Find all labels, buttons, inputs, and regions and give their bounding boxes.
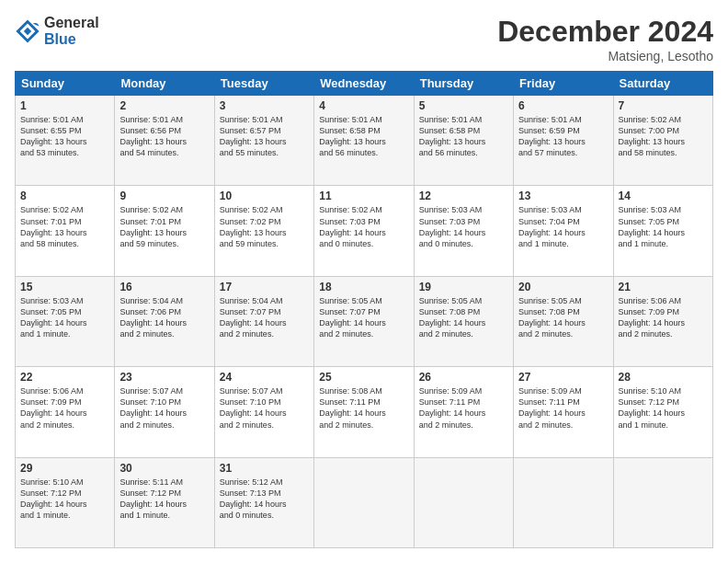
day-number: 26 (419, 371, 508, 384)
day-content: Sunrise: 5:05 AMSunset: 7:08 PMDaylight:… (518, 295, 608, 340)
title-area: December 2024 Matsieng, Lesotho (497, 15, 713, 63)
table-row: 23Sunrise: 5:07 AMSunset: 7:10 PMDayligh… (115, 367, 214, 457)
table-row: 7Sunrise: 5:02 AMSunset: 7:00 PMDaylight… (613, 96, 712, 186)
table-row: 15Sunrise: 5:03 AMSunset: 7:05 PMDayligh… (16, 276, 115, 366)
calendar-header-row: Sunday Monday Tuesday Wednesday Thursday… (16, 72, 713, 96)
day-content: Sunrise: 5:07 AMSunset: 7:10 PMDaylight:… (119, 385, 209, 431)
table-row: 5Sunrise: 5:01 AMSunset: 6:58 PMDaylight… (414, 96, 513, 186)
table-row: 17Sunrise: 5:04 AMSunset: 7:07 PMDayligh… (214, 276, 313, 366)
day-number: 23 (119, 371, 209, 384)
location: Matsieng, Lesotho (497, 49, 713, 63)
day-content: Sunrise: 5:01 AMSunset: 6:55 PMDaylight:… (20, 114, 109, 159)
day-content: Sunrise: 5:02 AMSunset: 7:01 PMDaylight:… (20, 204, 109, 249)
table-row: 24Sunrise: 5:07 AMSunset: 7:10 PMDayligh… (214, 367, 313, 457)
day-content: Sunrise: 5:03 AMSunset: 7:05 PMDaylight:… (20, 295, 109, 340)
calendar-week-row: 1Sunrise: 5:01 AMSunset: 6:55 PMDaylight… (16, 96, 713, 186)
table-row: 29Sunrise: 5:10 AMSunset: 7:12 PMDayligh… (16, 457, 115, 547)
day-content: Sunrise: 5:05 AMSunset: 7:07 PMDaylight:… (319, 295, 408, 340)
day-content: Sunrise: 5:02 AMSunset: 7:02 PMDaylight:… (220, 204, 309, 249)
day-content: Sunrise: 5:04 AMSunset: 7:06 PMDaylight:… (119, 295, 209, 340)
day-content: Sunrise: 5:01 AMSunset: 6:56 PMDaylight:… (119, 114, 209, 159)
day-number: 12 (419, 190, 508, 202)
day-number: 15 (20, 281, 109, 293)
day-number: 7 (619, 99, 708, 112)
month-title: December 2024 (497, 15, 713, 49)
day-content: Sunrise: 5:10 AMSunset: 7:12 PMDaylight:… (619, 385, 708, 431)
day-number: 13 (518, 190, 608, 202)
day-number: 27 (518, 371, 608, 384)
table-row: 20Sunrise: 5:05 AMSunset: 7:08 PMDayligh… (514, 276, 613, 366)
day-content: Sunrise: 5:05 AMSunset: 7:08 PMDaylight:… (419, 295, 508, 340)
table-row: 9Sunrise: 5:02 AMSunset: 7:01 PMDaylight… (115, 186, 214, 276)
col-thursday: Thursday (414, 72, 513, 96)
col-sunday: Sunday (16, 72, 115, 96)
day-number: 6 (518, 99, 608, 112)
day-number: 22 (20, 371, 109, 384)
day-number: 17 (220, 281, 309, 293)
logo-icon (15, 18, 40, 44)
table-row: 1Sunrise: 5:01 AMSunset: 6:55 PMDaylight… (16, 96, 115, 186)
table-row (314, 457, 414, 547)
col-wednesday: Wednesday (314, 72, 414, 96)
day-number: 29 (20, 462, 109, 475)
table-row: 4Sunrise: 5:01 AMSunset: 6:58 PMDaylight… (314, 96, 414, 186)
day-number: 11 (319, 190, 408, 202)
day-content: Sunrise: 5:03 AMSunset: 7:03 PMDaylight:… (419, 204, 508, 249)
table-row: 13Sunrise: 5:03 AMSunset: 7:04 PMDayligh… (514, 186, 613, 276)
day-content: Sunrise: 5:01 AMSunset: 6:59 PMDaylight:… (518, 114, 608, 159)
day-content: Sunrise: 5:01 AMSunset: 6:57 PMDaylight:… (220, 114, 309, 159)
day-content: Sunrise: 5:12 AMSunset: 7:13 PMDaylight:… (220, 477, 309, 522)
day-content: Sunrise: 5:09 AMSunset: 7:11 PMDaylight:… (419, 385, 508, 431)
day-content: Sunrise: 5:01 AMSunset: 6:58 PMDaylight:… (319, 114, 408, 159)
table-row: 26Sunrise: 5:09 AMSunset: 7:11 PMDayligh… (414, 367, 513, 457)
table-row: 19Sunrise: 5:05 AMSunset: 7:08 PMDayligh… (414, 276, 513, 366)
calendar-table: Sunday Monday Tuesday Wednesday Thursday… (15, 71, 713, 548)
day-number: 2 (119, 99, 209, 112)
day-number: 20 (518, 281, 608, 293)
day-number: 9 (119, 190, 209, 202)
calendar-page: General Blue December 2024 Matsieng, Les… (0, 0, 728, 563)
table-row: 10Sunrise: 5:02 AMSunset: 7:02 PMDayligh… (214, 186, 313, 276)
logo-blue: Blue (44, 31, 99, 48)
day-number: 28 (619, 371, 708, 384)
table-row (514, 457, 613, 547)
day-content: Sunrise: 5:07 AMSunset: 7:10 PMDaylight:… (220, 385, 309, 431)
calendar-week-row: 22Sunrise: 5:06 AMSunset: 7:09 PMDayligh… (16, 367, 713, 457)
day-content: Sunrise: 5:03 AMSunset: 7:05 PMDaylight:… (619, 204, 708, 249)
page-header: General Blue December 2024 Matsieng, Les… (15, 15, 713, 63)
table-row: 6Sunrise: 5:01 AMSunset: 6:59 PMDaylight… (514, 96, 613, 186)
table-row: 11Sunrise: 5:02 AMSunset: 7:03 PMDayligh… (314, 186, 414, 276)
day-number: 16 (119, 281, 209, 293)
day-content: Sunrise: 5:02 AMSunset: 7:00 PMDaylight:… (619, 114, 708, 159)
table-row: 16Sunrise: 5:04 AMSunset: 7:06 PMDayligh… (115, 276, 214, 366)
day-content: Sunrise: 5:08 AMSunset: 7:11 PMDaylight:… (319, 385, 408, 431)
table-row (414, 457, 513, 547)
day-number: 25 (319, 371, 408, 384)
table-row (613, 457, 712, 547)
day-number: 4 (319, 99, 408, 112)
day-content: Sunrise: 5:02 AMSunset: 7:03 PMDaylight:… (319, 204, 408, 249)
table-row: 8Sunrise: 5:02 AMSunset: 7:01 PMDaylight… (16, 186, 115, 276)
table-row: 22Sunrise: 5:06 AMSunset: 7:09 PMDayligh… (16, 367, 115, 457)
col-monday: Monday (115, 72, 214, 96)
day-content: Sunrise: 5:04 AMSunset: 7:07 PMDaylight:… (220, 295, 309, 340)
day-content: Sunrise: 5:11 AMSunset: 7:12 PMDaylight:… (119, 477, 209, 522)
logo: General Blue (15, 15, 99, 49)
day-content: Sunrise: 5:03 AMSunset: 7:04 PMDaylight:… (518, 204, 608, 249)
day-number: 24 (220, 371, 309, 384)
calendar-week-row: 15Sunrise: 5:03 AMSunset: 7:05 PMDayligh… (16, 276, 713, 366)
day-number: 30 (119, 462, 209, 475)
col-friday: Friday (514, 72, 613, 96)
table-row: 2Sunrise: 5:01 AMSunset: 6:56 PMDaylight… (115, 96, 214, 186)
table-row: 14Sunrise: 5:03 AMSunset: 7:05 PMDayligh… (613, 186, 712, 276)
day-number: 31 (220, 462, 309, 475)
table-row: 28Sunrise: 5:10 AMSunset: 7:12 PMDayligh… (613, 367, 712, 457)
table-row: 30Sunrise: 5:11 AMSunset: 7:12 PMDayligh… (115, 457, 214, 547)
day-number: 10 (220, 190, 309, 202)
day-content: Sunrise: 5:01 AMSunset: 6:58 PMDaylight:… (419, 114, 508, 159)
day-number: 5 (419, 99, 508, 112)
day-number: 3 (220, 99, 309, 112)
day-content: Sunrise: 5:06 AMSunset: 7:09 PMDaylight:… (619, 295, 708, 340)
table-row: 3Sunrise: 5:01 AMSunset: 6:57 PMDaylight… (214, 96, 313, 186)
day-content: Sunrise: 5:02 AMSunset: 7:01 PMDaylight:… (119, 204, 209, 249)
